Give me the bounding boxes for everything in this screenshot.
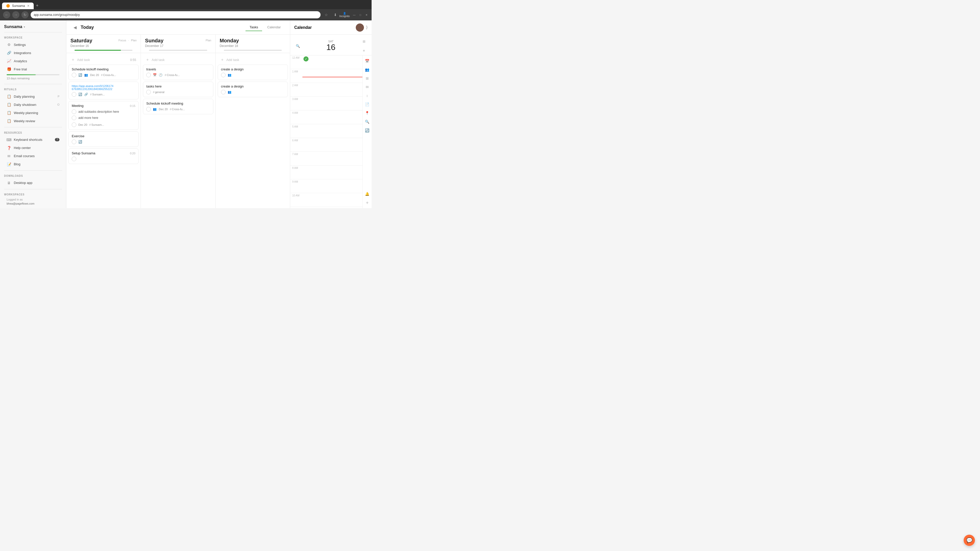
sidebar-item-help-center[interactable]: ❓ Help center (4, 144, 62, 152)
notification-icon[interactable]: 🔔 (364, 190, 371, 197)
task-checkbox[interactable] (72, 140, 76, 144)
sidebar-item-email-courses-label: Email courses (14, 154, 35, 158)
task-card[interactable]: create a design 👥 (218, 82, 288, 97)
sidebar-header: Sunsama ▾ (0, 21, 66, 31)
profile-button[interactable]: 👤 Incognito (341, 11, 348, 18)
sidebar-item-analytics[interactable]: 📈 Analytics (4, 57, 62, 65)
task-checkbox[interactable] (221, 90, 226, 94)
back-button[interactable]: ← (3, 11, 10, 18)
sunday-plan-link[interactable]: Plan (206, 39, 211, 42)
time-content (302, 179, 363, 193)
calendar-zoom-in-button[interactable]: 🔍 (294, 42, 301, 49)
task-checkbox[interactable] (72, 92, 76, 97)
browser-tab[interactable]: 🟠 Sunsama ✕ (2, 3, 34, 9)
tab-calendar-button[interactable]: Calendar (263, 24, 285, 31)
calendar-list-view-button[interactable]: ≡ (360, 47, 368, 54)
sidebar-item-daily-planning[interactable]: 📋 Daily planning P (4, 92, 62, 100)
time-row-6am: 6 AM (290, 138, 363, 152)
task-card[interactable]: Meeting 0:15 add subtasks description he… (68, 101, 138, 130)
saturday-total-time: 0:55 (130, 58, 136, 62)
people-view-icon[interactable]: 👥 (364, 66, 371, 73)
sidebar-item-integrations[interactable]: 🔗 Integrations (4, 49, 62, 57)
task-checkbox[interactable] (146, 107, 151, 111)
task-checkbox[interactable] (146, 73, 151, 77)
time-row-1am: 1 AM (290, 69, 363, 83)
bookmark-button[interactable]: ☆ (323, 11, 330, 18)
sidebar-item-keyboard-shortcuts[interactable]: ⌨ Keyboard shortcuts ? (4, 136, 62, 144)
sidebar-item-desktop-app[interactable]: 🖥 Desktop app (4, 179, 62, 187)
time-content (302, 124, 363, 138)
task-card[interactable]: Schedule kickoff meeting 🔄 👥 Dec 20 #Cro… (68, 65, 138, 80)
search-icon[interactable]: 🔍 (364, 118, 371, 125)
address-bar[interactable]: app.sunsama.com/group/moodjoy (30, 11, 321, 18)
task-meta: 🔄 (72, 140, 135, 144)
sidebar-item-weekly-review[interactable]: 📋 Weekly review (4, 117, 62, 125)
tab-close-button[interactable]: ✕ (27, 4, 30, 8)
task-meta: 🔄 🔗 #Sunsam... (72, 92, 135, 97)
close-window-button[interactable]: ✕ (364, 13, 369, 17)
sidebar-item-free-trial[interactable]: 🎁 Free trial (4, 65, 62, 73)
task-meta: 👥 (221, 90, 285, 94)
sidebar-item-daily-shutdown[interactable]: 📋 Daily shutdown O (4, 100, 62, 109)
clock-icon: 🕐 (159, 73, 162, 77)
refresh-button[interactable]: ↻ (21, 11, 29, 18)
task-card[interactable]: travels 📅 🕐 #Cross-fu... (143, 65, 213, 80)
task-card-header: Setup Sunsama 0:20 (72, 151, 135, 155)
task-card[interactable]: create a design 👥 (218, 65, 288, 80)
today-button[interactable]: Today (81, 25, 94, 30)
saturday-plan-link[interactable]: Plan (131, 39, 137, 42)
task-checkbox[interactable] (72, 122, 76, 127)
task-checkbox[interactable] (72, 157, 76, 161)
sync-icon[interactable]: ↕ (364, 92, 371, 99)
task-tag: #Cross-fu... (170, 108, 185, 111)
new-tab-button[interactable]: + (34, 2, 41, 9)
subtask-checkbox[interactable] (72, 110, 76, 114)
maximize-button[interactable]: □ (358, 13, 363, 17)
workspace-section: WORKSPACE ⚙ Settings 🔗 Integrations 📈 An… (0, 33, 66, 83)
task-checkbox[interactable] (221, 73, 226, 77)
task-card[interactable]: https://app.asana.com/0/1206174676385119… (68, 82, 138, 100)
sunday-add-task[interactable]: ＋ Add task (143, 55, 213, 65)
sidebar-item-settings[interactable]: ⚙ Settings (4, 41, 62, 49)
table-view-icon[interactable]: ⊞ (364, 75, 371, 82)
brand-name: Sunsama (4, 24, 22, 29)
mail-icon[interactable]: ✉ (364, 83, 371, 91)
nav-back-button[interactable]: ◀ (72, 24, 79, 31)
task-checkbox[interactable] (146, 90, 151, 94)
time-grid: 12 AM ✓ 1 AM 2 AM 3 AM (290, 56, 363, 208)
calendar-view-icon[interactable]: 📅 (364, 57, 371, 65)
monday-header: Monday December 18 (216, 35, 290, 53)
time-label: 6 AM (290, 138, 302, 142)
task-title: Schedule kickoff meeting (146, 102, 210, 105)
time-content (302, 193, 363, 206)
sunday-tasks: ＋ Add task travels 📅 🕐 #Cross-fu... (141, 53, 215, 208)
people-icon: 👥 (153, 107, 157, 111)
add-button[interactable]: ＋ (364, 199, 371, 206)
minimize-button[interactable]: — (352, 13, 356, 17)
time-row-12am: 12 AM ✓ (290, 56, 363, 69)
refresh-icon[interactable]: 🔄 (364, 127, 371, 134)
saturday-focus-link[interactable]: Focus (118, 39, 126, 42)
sidebar-item-blog[interactable]: 📝 Blog (4, 160, 62, 168)
integrations-icon: 🔗 (6, 51, 11, 55)
time-content (302, 110, 363, 124)
task-card[interactable]: Setup Sunsama 0:20 (68, 148, 138, 164)
calendar-grid-view-button[interactable]: ⊞ (360, 38, 368, 45)
task-card[interactable]: Schedule kickoff meeting 👥 Dec 20 #Cross… (143, 99, 213, 114)
location-icon[interactable]: 📍 (364, 110, 371, 117)
tab-tasks-button[interactable]: Tasks (245, 24, 262, 31)
subtask-checkbox[interactable] (72, 116, 76, 120)
right-panel-toggle-button[interactable]: ⟩ (366, 25, 368, 30)
time-label: 10 AM (290, 193, 302, 197)
forward-button[interactable]: → (12, 11, 19, 18)
task-card[interactable]: tasks here #general (143, 82, 213, 97)
download-button[interactable]: ⬇ (332, 11, 339, 18)
saturday-add-task[interactable]: ＋ Add task 0:55 (68, 55, 138, 65)
document-icon[interactable]: 📄 (364, 101, 371, 108)
workspaces-section-label: WORKSPACES (4, 193, 62, 196)
task-card[interactable]: Exercise 🔄 (68, 131, 138, 147)
monday-add-task[interactable]: ＋ Add task (218, 55, 288, 65)
sidebar-item-email-courses[interactable]: ✉ Email courses (4, 152, 62, 160)
sidebar-item-weekly-planning[interactable]: 📋 Weekly planning (4, 109, 62, 117)
task-checkbox[interactable] (72, 73, 76, 77)
